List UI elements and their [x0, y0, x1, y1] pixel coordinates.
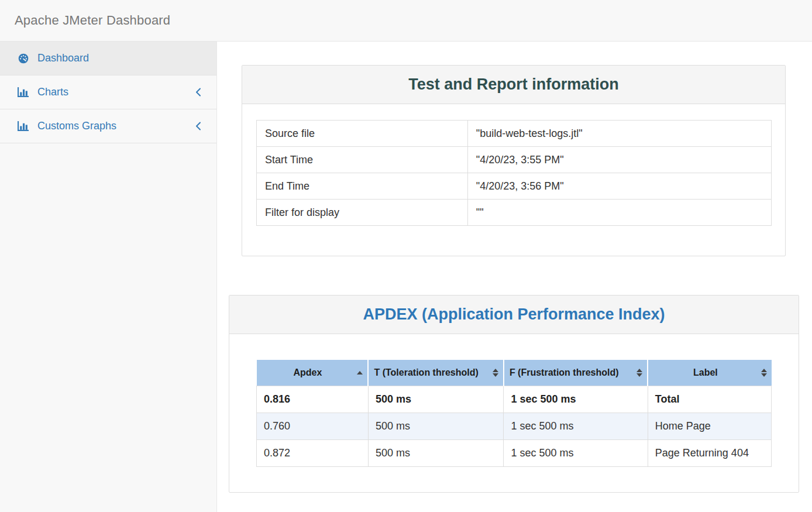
apdex-panel-body: Apdex T (Toleration threshold) — [229, 334, 799, 492]
frustration-value: 1 sec 500 ms — [504, 439, 648, 466]
info-label: End Time — [257, 173, 468, 200]
apdex-table: Apdex T (Toleration threshold) — [256, 360, 772, 467]
apdex-panel: APDEX (Application Performance Index) Ap… — [229, 295, 799, 493]
test-info-table: Source file "build-web-test-logs.jtl" St… — [256, 120, 772, 226]
chevron-left-icon — [195, 122, 201, 130]
chevron-left-icon — [195, 88, 201, 97]
toleration-value: 500 ms — [368, 439, 503, 466]
test-info-panel-body: Source file "build-web-test-logs.jtl" St… — [242, 104, 785, 256]
info-value: "" — [467, 200, 771, 226]
apdex-panel-title: APDEX (Application Performance Index) — [229, 295, 799, 334]
test-info-panel: Test and Report information Source file … — [242, 65, 786, 256]
sort-both-icon — [636, 369, 642, 377]
toleration-value: 500 ms — [368, 413, 503, 439]
table-header-row: Apdex T (Toleration threshold) — [257, 360, 772, 386]
bar-chart-icon — [18, 121, 30, 131]
table-row: 0.760 500 ms 1 sec 500 ms Home Page — [257, 413, 772, 439]
column-header-label: T (Toleration threshold) — [374, 367, 478, 377]
test-info-panel-title: Test and Report information — [242, 66, 785, 104]
sidebar-item-label: Dashboard — [37, 52, 89, 64]
sort-asc-icon — [357, 371, 363, 374]
app-header: Apache JMeter Dashboard — [0, 0, 812, 42]
sidebar: Dashboard Charts — [0, 42, 217, 512]
sidebar-item-dashboard[interactable]: Dashboard — [0, 42, 216, 75]
column-header-frustration[interactable]: F (Frustration threshold) — [504, 360, 648, 386]
sidebar-item-label: Charts — [37, 86, 68, 98]
sidebar-item-charts[interactable]: Charts — [0, 75, 216, 109]
label-value: Total — [648, 386, 771, 413]
toleration-value: 500 ms — [368, 386, 503, 413]
dashboard-gauge-icon — [18, 53, 30, 64]
sidebar-item-label: Customs Graphs — [37, 120, 116, 132]
apdex-value: 0.816 — [257, 386, 369, 413]
column-header-label: F (Frustration threshold) — [510, 367, 619, 377]
sort-both-icon — [761, 369, 767, 377]
sidebar-item-customs-graphs[interactable]: Customs Graphs — [0, 109, 216, 143]
table-row: Filter for display "" — [257, 200, 772, 226]
info-label: Source file — [257, 121, 468, 147]
table-row: Start Time "4/20/23, 3:55 PM" — [257, 147, 772, 173]
page-title: Apache JMeter Dashboard — [15, 13, 170, 28]
label-value: Page Returning 404 — [648, 439, 771, 466]
info-value: "build-web-test-logs.jtl" — [467, 121, 771, 147]
info-label: Start Time — [257, 147, 468, 173]
column-header-apdex[interactable]: Apdex — [257, 360, 369, 386]
info-value: "4/20/23, 3:55 PM" — [467, 147, 771, 173]
apdex-value: 0.760 — [257, 413, 369, 439]
sort-both-icon — [493, 369, 498, 377]
info-value: "4/20/23, 3:56 PM" — [467, 173, 771, 200]
column-header-toleration[interactable]: T (Toleration threshold) — [368, 360, 503, 386]
bar-chart-icon — [18, 87, 30, 97]
frustration-value: 1 sec 500 ms — [504, 386, 648, 413]
apdex-value: 0.872 — [257, 439, 369, 466]
info-label: Filter for display — [257, 200, 468, 226]
main-content: Test and Report information Source file … — [217, 42, 812, 512]
column-header-label-col[interactable]: Label — [648, 360, 771, 386]
column-header-label: Apdex — [294, 367, 322, 377]
column-header-label: Label — [693, 367, 718, 377]
table-row-total: 0.816 500 ms 1 sec 500 ms Total — [257, 386, 772, 413]
table-row: Source file "build-web-test-logs.jtl" — [257, 121, 772, 147]
table-row: 0.872 500 ms 1 sec 500 ms Page Returning… — [257, 439, 772, 466]
frustration-value: 1 sec 500 ms — [504, 413, 648, 439]
table-row: End Time "4/20/23, 3:56 PM" — [257, 173, 772, 200]
label-value: Home Page — [648, 413, 771, 439]
